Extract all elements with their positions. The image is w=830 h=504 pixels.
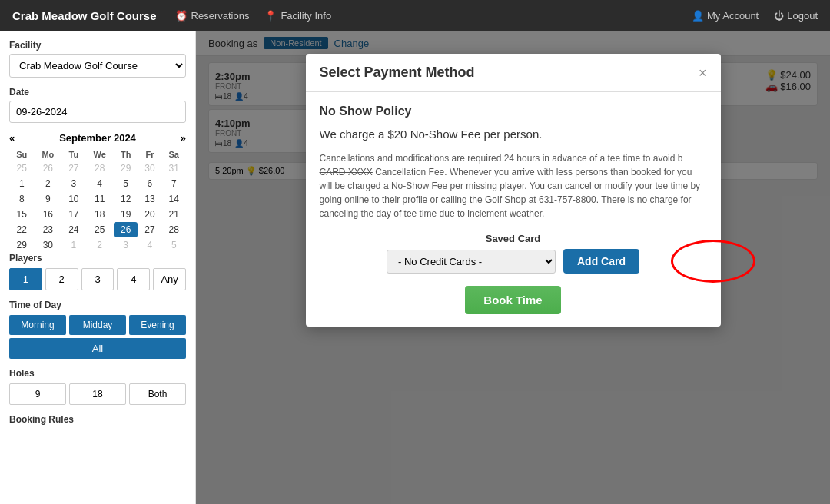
modal-close-btn[interactable]: × <box>699 66 707 80</box>
cal-day-fr: Fr <box>138 148 161 161</box>
my-account-link[interactable]: 👤 My Account <box>692 10 759 22</box>
calendar: « September 2024 » Su Mo Tu We Th Fr Sa <box>9 132 186 253</box>
nav-facility-info[interactable]: 📍 Facility Info <box>264 10 331 22</box>
cal-cell[interactable]: 13 <box>138 191 161 207</box>
cal-cell[interactable]: 8 <box>9 191 34 207</box>
facility-label: Facility <box>9 40 186 51</box>
cal-day-we: We <box>85 148 114 161</box>
date-input[interactable] <box>9 101 186 123</box>
cal-cell[interactable]: 19 <box>114 207 138 222</box>
evening-btn[interactable]: Evening <box>129 315 186 335</box>
holes-18-btn[interactable]: 18 <box>69 383 126 405</box>
holes-both-btn[interactable]: Both <box>129 383 186 405</box>
cal-cell[interactable]: 12 <box>114 191 138 207</box>
cal-prev[interactable]: « <box>9 132 15 144</box>
cal-cell[interactable]: 20 <box>138 207 161 222</box>
content-area: Booking as Non-Resident Change 2:30pm FR… <box>196 31 830 504</box>
cal-cell[interactable]: 16 <box>34 207 61 222</box>
cal-day-th: Th <box>114 148 138 161</box>
cal-cell[interactable]: 4 <box>85 176 114 191</box>
booking-rules-label: Booking Rules <box>9 414 186 425</box>
players-section: Players 1 2 3 4 Any <box>9 253 186 290</box>
cal-cell[interactable]: 15 <box>9 207 34 222</box>
cal-cell[interactable]: 18 <box>85 207 114 222</box>
nav-items: ⏰ Reservations 📍 Facility Info <box>175 10 674 22</box>
logout-link[interactable]: ⏻ Logout <box>774 10 818 22</box>
book-time-btn[interactable]: Book Time <box>465 286 560 314</box>
cal-cell[interactable]: 6 <box>138 176 161 191</box>
cal-cell[interactable]: 2 <box>85 237 114 253</box>
cal-cell[interactable]: 29 <box>114 161 138 176</box>
cal-cell[interactable]: 28 <box>85 161 114 176</box>
cal-cell[interactable]: 23 <box>34 222 61 237</box>
saved-card-select[interactable]: - No Credit Cards - <box>387 250 556 274</box>
player-any-btn[interactable]: Any <box>153 268 186 290</box>
cal-month-year: September 2024 <box>59 132 136 144</box>
cal-cell[interactable]: 14 <box>162 191 186 207</box>
cal-cell[interactable]: 26 <box>34 161 61 176</box>
cal-cell[interactable]: 2 <box>34 176 61 191</box>
cal-cell[interactable]: 1 <box>61 237 85 253</box>
pin-icon: 📍 <box>264 10 277 22</box>
cal-cell[interactable]: 4 <box>138 237 161 253</box>
card-ref: CARD XXXX <box>320 167 373 177</box>
facility-section: Facility Crab Meadow Golf Course <box>9 40 186 78</box>
main-layout: Facility Crab Meadow Golf Course Date « … <box>0 31 830 504</box>
nav-reservations[interactable]: ⏰ Reservations <box>175 10 250 22</box>
cal-cell[interactable]: 5 <box>114 176 138 191</box>
cal-cell-selected[interactable]: 26 <box>114 222 138 237</box>
cal-cell[interactable]: 24 <box>61 222 85 237</box>
calendar-header: « September 2024 » <box>9 132 186 144</box>
facility-select[interactable]: Crab Meadow Golf Course <box>9 54 186 78</box>
clock-icon: ⏰ <box>175 10 188 22</box>
cal-cell[interactable]: 17 <box>61 207 85 222</box>
cal-cell[interactable]: 22 <box>9 222 34 237</box>
midday-btn[interactable]: Midday <box>69 315 126 335</box>
player-4-btn[interactable]: 4 <box>117 268 150 290</box>
player-3-btn[interactable]: 3 <box>81 268 115 290</box>
cal-cell[interactable]: 29 <box>9 237 34 253</box>
cal-cell[interactable]: 31 <box>162 161 186 176</box>
holes-row: 9 18 Both <box>9 383 186 405</box>
holes-9-btn[interactable]: 9 <box>9 383 66 405</box>
cal-cell[interactable]: 30 <box>34 237 61 253</box>
all-times-btn[interactable]: All <box>9 338 186 359</box>
cal-cell[interactable]: 21 <box>162 207 186 222</box>
nav-right: 👤 My Account ⏻ Logout <box>692 10 818 22</box>
cal-cell[interactable]: 5 <box>162 237 186 253</box>
cal-cell[interactable]: 7 <box>162 176 186 191</box>
add-card-btn[interactable]: Add Card <box>563 249 639 274</box>
cal-cell[interactable]: 28 <box>162 222 186 237</box>
time-of-day-section: Time of Day Morning Midday Evening All <box>9 300 186 359</box>
modal-header: Select Payment Method × <box>306 54 721 92</box>
power-icon: ⏻ <box>774 10 784 22</box>
cal-cell[interactable]: 27 <box>61 161 85 176</box>
calendar-grid: Su Mo Tu We Th Fr Sa 25 26 27 28 <box>9 148 186 253</box>
holes-label: Holes <box>9 368 186 379</box>
modal-title: Select Payment Method <box>320 65 475 81</box>
cal-next[interactable]: » <box>181 132 186 144</box>
cal-cell[interactable]: 27 <box>138 222 161 237</box>
players-row: 1 2 3 4 Any <box>9 268 186 290</box>
cal-cell[interactable]: 3 <box>61 176 85 191</box>
cal-cell[interactable]: 3 <box>114 237 138 253</box>
date-section: Date <box>9 87 186 123</box>
cal-cell[interactable]: 25 <box>9 161 34 176</box>
cal-cell[interactable]: 11 <box>85 191 114 207</box>
player-1-btn[interactable]: 1 <box>9 268 42 290</box>
sidebar: Facility Crab Meadow Golf Course Date « … <box>0 31 196 504</box>
top-nav: Crab Meadow Golf Course ⏰ Reservations 📍… <box>0 0 830 31</box>
morning-btn[interactable]: Morning <box>9 315 66 335</box>
cal-cell[interactable]: 25 <box>85 222 114 237</box>
holes-section: Holes 9 18 Both <box>9 368 186 405</box>
player-2-btn[interactable]: 2 <box>45 268 78 290</box>
cal-cell[interactable]: 1 <box>9 176 34 191</box>
saved-card-row: - No Credit Cards - Add Card <box>320 249 707 274</box>
cal-cell[interactable]: 10 <box>61 191 85 207</box>
add-card-highlight-circle <box>671 240 755 283</box>
cal-cell[interactable]: 9 <box>34 191 61 207</box>
saved-card-label: Saved Card <box>320 233 707 244</box>
cal-day-mo: Mo <box>34 148 61 161</box>
time-row: Morning Midday Evening <box>9 315 186 335</box>
cal-cell[interactable]: 30 <box>138 161 161 176</box>
